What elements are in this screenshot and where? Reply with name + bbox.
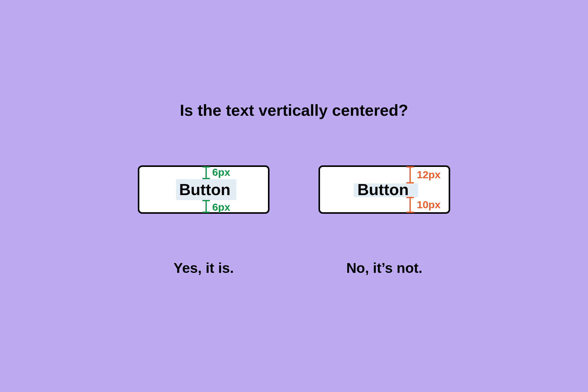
left-example: Button 6px 6px Yes, it is. <box>138 165 270 276</box>
measure-caret-icon <box>202 166 210 179</box>
heading: Is the text vertically centered? <box>74 101 514 119</box>
left-bottom-measure: 6px <box>212 201 230 213</box>
left-button-box: Button 6px 6px <box>138 165 270 214</box>
right-top-measure: 12px <box>417 169 441 181</box>
diagram-wrap: Is the text vertically centered? Button … <box>74 49 514 343</box>
left-button-text: Button <box>179 182 230 198</box>
right-example: Button 12px 10px No, it’s not. <box>318 165 450 276</box>
right-button-box: Button 12px 10px <box>318 165 450 214</box>
left-top-measure: 6px <box>212 166 230 178</box>
measure-caret-icon <box>202 200 210 213</box>
right-button-text: Button <box>357 182 409 198</box>
measure-caret-icon <box>406 197 414 213</box>
left-caption: Yes, it is. <box>174 260 234 276</box>
right-caption: No, it’s not. <box>346 260 423 276</box>
measure-caret-icon <box>406 166 414 183</box>
examples-row: Button 6px 6px Yes, it is. Button <box>74 165 514 276</box>
right-bottom-measure: 10px <box>417 199 441 211</box>
